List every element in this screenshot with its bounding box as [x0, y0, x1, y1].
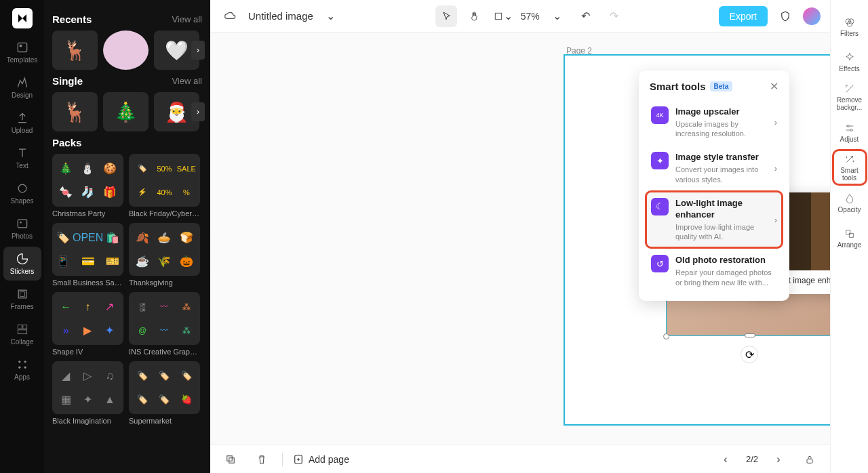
pack-item[interactable]: ◢▷♫▦✦▲Black Imagination: [52, 361, 123, 425]
smart-tools-tool[interactable]: Smart tools: [833, 150, 866, 184]
svg-rect-25: [849, 233, 853, 237]
pack-label: Christmas Party: [52, 209, 123, 218]
nav-apps[interactable]: Apps: [3, 352, 41, 386]
resize-handle[interactable]: [745, 333, 755, 337]
svg-rect-14: [496, 13, 502, 19]
nav-label: Apps: [14, 373, 30, 381]
redo-button[interactable]: ↷: [604, 5, 625, 27]
chevron-right-icon: ›: [774, 117, 777, 127]
prev-page-button[interactable]: ‹: [715, 449, 736, 470]
delete-icon[interactable]: [251, 449, 273, 470]
single-viewall[interactable]: View all: [172, 76, 202, 86]
hand-tool[interactable]: [464, 5, 486, 27]
tool-low-light-enhancer[interactable]: ☾ Low-light image enhancerImprove low-li…: [646, 191, 783, 248]
recents-viewall[interactable]: View all: [172, 14, 202, 24]
restore-icon: ↺: [651, 255, 669, 272]
opacity-tool[interactable]: Opacity: [833, 186, 866, 220]
nav-design[interactable]: Design: [3, 70, 41, 104]
filters-tool[interactable]: Filters: [833, 9, 866, 43]
pack-item[interactable]: 🍂🥧🍞☕🌾🎃Thanksgiving: [129, 223, 200, 287]
export-button[interactable]: Export: [719, 6, 768, 26]
pack-item[interactable]: ░〰⁂@〰⁂INS Creative Graphics: [129, 292, 200, 356]
zoom-dropdown[interactable]: ⌄: [547, 5, 568, 27]
beta-badge: Beta: [710, 81, 733, 91]
nav-upload[interactable]: Upload: [3, 106, 41, 140]
remove-bg-tool[interactable]: Remove backgr...: [833, 80, 866, 114]
title-dropdown[interactable]: ⌄: [320, 5, 342, 27]
svg-rect-5: [18, 290, 26, 298]
canvas[interactable]: Page 2 ⧉ ✦ ▭ ⟳ Low-light image enhancer …: [210, 33, 830, 445]
single-title: Single: [52, 75, 83, 87]
adjust-tool[interactable]: Adjust: [833, 115, 866, 149]
tool-old-photo-restoration[interactable]: ↺ Old photo restorationRepair your damag…: [646, 248, 783, 293]
nav-frames[interactable]: Frames: [3, 282, 41, 316]
shield-icon[interactable]: [774, 5, 796, 27]
nav-label: Design: [12, 91, 33, 99]
lock-icon[interactable]: [799, 449, 821, 470]
style-icon: ✦: [651, 152, 669, 169]
pack-item[interactable]: ←↑↗»▶✦Shape IV: [52, 292, 123, 356]
svg-point-13: [24, 367, 26, 369]
sticker-thumb[interactable]: 🦌: [52, 30, 98, 70]
pack-item[interactable]: 🏷️50%SALE⚡40%%Black Friday/Cyber M...: [129, 154, 200, 218]
row-next-button[interactable]: ›: [191, 102, 205, 121]
app-logo[interactable]: [12, 8, 33, 28]
nav-templates[interactable]: Templates: [3, 35, 41, 69]
tool-style-transfer[interactable]: ✦ Image style transferConvert your image…: [646, 145, 783, 190]
recents-title: Recents: [52, 14, 92, 25]
row-next-button[interactable]: ›: [191, 41, 205, 60]
tool-label: Filters: [840, 30, 859, 37]
nav-label: Frames: [11, 303, 34, 310]
tool-title: Image style transfer: [675, 152, 768, 163]
add-page-button[interactable]: Add page: [292, 453, 349, 466]
cloud-sync-icon[interactable]: [220, 5, 241, 27]
smart-tools-popup: Smart tools Beta ✕ 4K Image upscalerUpsc…: [639, 70, 789, 301]
tool-image-upscaler[interactable]: 4K Image upscalerUpscale images by incre…: [646, 100, 783, 145]
close-icon[interactable]: ✕: [770, 80, 778, 93]
tool-label: Opacity: [838, 206, 861, 213]
layers-icon[interactable]: [220, 449, 241, 470]
next-page-button[interactable]: ›: [768, 449, 789, 470]
nav-label: Shapes: [11, 197, 34, 205]
chevron-right-icon: ›: [774, 163, 777, 173]
tool-label: Remove backgr...: [833, 96, 866, 111]
user-avatar[interactable]: [803, 7, 821, 25]
nav-stickers[interactable]: Stickers: [3, 247, 41, 281]
tool-label: Smart tools: [833, 167, 866, 182]
undo-button[interactable]: ↶: [575, 5, 597, 27]
nav-shapes[interactable]: Shapes: [3, 176, 41, 210]
rotate-handle[interactable]: ⟳: [741, 346, 758, 363]
resize-dropdown[interactable]: ⌄: [492, 5, 514, 27]
nav-photos[interactable]: Photos: [3, 211, 41, 245]
sticker-thumb[interactable]: [103, 30, 149, 70]
pack-item[interactable]: 🏷️🏷️🏷️🏷️🏷️🍓Supermarket: [129, 361, 200, 425]
recents-row: 🦌 🤍 ›: [52, 30, 202, 70]
pack-item[interactable]: 🏷️OPEN🛍️📱💳🎫Small Business Saturd...: [52, 223, 123, 287]
pack-item[interactable]: 🎄⛄🍪🍬🧦🎁Christmas Party: [52, 154, 123, 218]
resize-handle[interactable]: [663, 333, 669, 340]
tool-desc: Convert your images into various styles.: [675, 165, 768, 184]
nav-collage[interactable]: Collage: [3, 317, 41, 351]
stickers-panel: RecentsView all 🦌 🤍 › SingleView all 🦌 🎄…: [44, 0, 210, 473]
tool-label: Arrange: [837, 241, 862, 249]
tool-desc: Improve low-light image quality with AI.: [675, 222, 768, 242]
svg-rect-24: [846, 230, 850, 234]
svg-rect-3: [18, 220, 26, 228]
effects-tool[interactable]: Effects: [833, 45, 866, 79]
nav-label: Photos: [12, 232, 33, 240]
sticker-thumb[interactable]: 🎄: [103, 92, 149, 131]
document-title[interactable]: Untitled image: [248, 10, 313, 22]
main-area: Untitled image ⌄ ⌄ 57% ⌄ ↶ ↷ Export Page…: [210, 0, 830, 473]
arrange-tool[interactable]: Arrange: [833, 221, 866, 255]
tool-label: Effects: [839, 65, 859, 73]
sticker-thumb[interactable]: 🦌: [52, 92, 98, 131]
nav-text[interactable]: Text: [3, 141, 41, 175]
pointer-tool[interactable]: [435, 5, 457, 27]
nav-label: Collage: [11, 338, 34, 346]
svg-rect-0: [18, 43, 26, 52]
nav-label: Text: [16, 162, 28, 169]
svg-point-11: [24, 361, 26, 363]
zoom-level[interactable]: 57%: [521, 11, 540, 22]
pack-label: Shape IV: [52, 348, 123, 356]
pack-label: INS Creative Graphics: [129, 348, 200, 356]
